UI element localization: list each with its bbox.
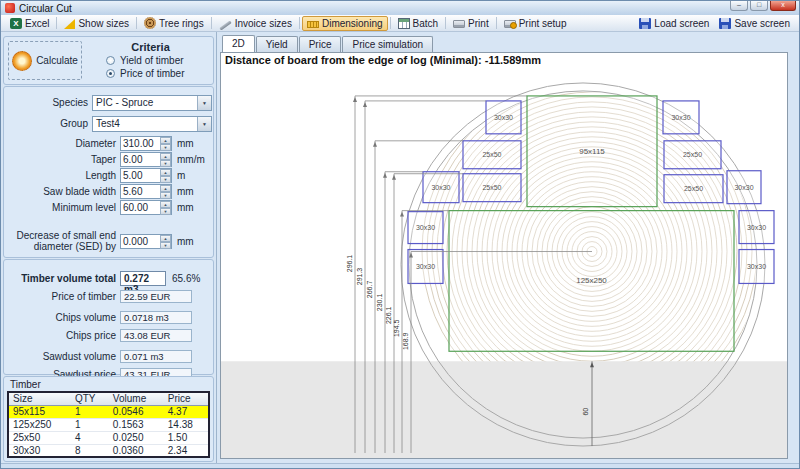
tab-price-simulation[interactable]: Price simulation (342, 36, 433, 52)
spin-up-icon[interactable]: ▲ (160, 185, 171, 192)
spin-up-icon[interactable]: ▲ (160, 153, 171, 160)
sed-field-row: Decrease of small end diameter (SED) by0… (4, 229, 213, 253)
field-row-length: Length5.00▲▼m (4, 167, 213, 183)
field-value: 5.00 (121, 169, 160, 182)
tab-2d[interactable]: 2D (222, 35, 255, 52)
price-of-timber-label: Price of timber (4, 291, 116, 302)
toolbar-button-tree-rings[interactable]: Tree rings (139, 16, 209, 31)
sawdust-volume-value: 0.071 m3 (120, 350, 192, 363)
spin-down-icon[interactable]: ▼ (160, 144, 171, 151)
timber-table-header: SizeQTYVolumePrice (8, 392, 209, 405)
window-controls: – □ x (730, 1, 796, 11)
table-row[interactable]: 95x11510.05464.37 (8, 405, 209, 418)
board-label: 25x50 (684, 185, 703, 192)
close-button[interactable]: x (770, 1, 796, 11)
radio-yield-of-timber[interactable]: Yield of timber (106, 55, 209, 66)
table-row[interactable]: 30x3080.03602.34 (8, 444, 209, 457)
tab-price[interactable]: Price (299, 36, 342, 52)
saw-blade-width-input[interactable]: 5.60▲▼ (120, 184, 172, 199)
decrease-of-small-end-diameter-sed-by-input[interactable]: 0.000▲▼ (120, 234, 172, 249)
result-row-chips-volume: Chips volume0.0718 m3 (4, 310, 213, 325)
toolbar-button-label: Dimensioning (322, 18, 383, 29)
spin-down-icon[interactable]: ▼ (160, 242, 171, 249)
spin-up-icon[interactable]: ▲ (160, 201, 171, 208)
spin-up-icon[interactable]: ▲ (160, 137, 171, 144)
species-select[interactable]: PIC - Spruce▼ (92, 95, 212, 111)
chevron-down-icon[interactable]: ▼ (197, 117, 211, 131)
table-row[interactable]: 25x5040.02501.50 (8, 431, 209, 444)
timber-table-section: Timber SizeQTYVolumePrice 95x11510.05464… (3, 376, 214, 462)
column-header-qty: QTY (71, 392, 109, 405)
dimension-label: 168.9 (402, 332, 409, 350)
diameter-label: Diameter (4, 138, 116, 149)
field-row-saw-blade-width: Saw blade width5.60▲▼mm (4, 183, 213, 199)
toolbar-button-show-sizes[interactable]: Show sizes (59, 16, 134, 31)
maximize-button[interactable]: □ (750, 1, 768, 11)
spin-up-icon[interactable]: ▲ (160, 169, 171, 176)
toolbar-button-excel[interactable]: Excel (5, 16, 54, 31)
species-label: Species (4, 97, 88, 108)
chips-volume-value: 0.0718 m3 (120, 311, 192, 324)
field-row-taper: Taper6.00▲▼mm/m (4, 151, 213, 167)
cell: 0.0360 (109, 444, 164, 457)
arrow-up-icon (353, 97, 357, 102)
minimize-button[interactable]: – (730, 1, 748, 11)
calculate-label: Calculate (36, 55, 78, 66)
spin-down-icon[interactable]: ▼ (160, 192, 171, 199)
load-screen-icon (639, 18, 651, 29)
calculate-button[interactable]: Calculate (8, 41, 82, 80)
field-row-minimum-level: Minimum level60.00▲▼mm (4, 199, 213, 215)
table-row[interactable]: 125x25010.156314.38 (8, 418, 209, 431)
toolbar-button-label: Excel (25, 18, 49, 29)
group-select[interactable]: Test4▼ (92, 116, 212, 132)
window-title: Circular Cut (19, 3, 72, 14)
radio-price-of-timber[interactable]: Price of timber (106, 68, 209, 79)
toolbar-button-batch[interactable]: Batch (393, 16, 444, 31)
toolbar-button-label: Batch (413, 18, 439, 29)
toolbar-button-load-screen[interactable]: Load screen (634, 16, 714, 31)
toolbar-button-save-screen[interactable]: Save screen (714, 16, 795, 31)
toolbar-button-dimensioning[interactable]: Dimensioning (302, 16, 388, 31)
minimum-level-input[interactable]: 60.00▲▼ (120, 200, 172, 215)
toolbar-separator (390, 17, 391, 29)
cell: 14.38 (164, 418, 209, 431)
arrow-up-icon (400, 212, 404, 217)
spinner: ▲▼ (160, 201, 171, 214)
print-setup-icon (504, 20, 516, 28)
timber-volume-total-row: Timber volume total 0.272 m3 65.6% (4, 270, 213, 286)
length-label: Length (4, 170, 116, 181)
spin-down-icon[interactable]: ▼ (160, 160, 171, 167)
field-row-diameter: Diameter310.00▲▼mm (4, 135, 213, 151)
spin-down-icon[interactable]: ▼ (160, 176, 171, 183)
cell: 125x250 (8, 418, 71, 431)
length-input[interactable]: 5.00▲▼ (120, 168, 172, 183)
print-icon (453, 20, 465, 28)
board-label: 25x50 (482, 184, 501, 191)
taper-input[interactable]: 6.00▲▼ (120, 152, 172, 167)
titlebar: Circular Cut – □ x (1, 1, 799, 15)
toolbar-separator (299, 17, 300, 29)
toolbar-button-print-setup[interactable]: Print setup (499, 16, 572, 31)
decrease-of-small-end-diameter-sed-by-label: Decrease of small end diameter (SED) by (4, 230, 116, 252)
field-value: 310.00 (121, 137, 160, 150)
spin-down-icon[interactable]: ▼ (160, 208, 171, 215)
spin-up-icon[interactable]: ▲ (160, 235, 171, 242)
canvas-title: Distance of board from the edge of log (… (221, 53, 787, 69)
board-label: 125x250 (576, 276, 607, 285)
toolbar-separator (445, 17, 446, 29)
column-header-volume: Volume (109, 392, 164, 405)
tab-yield[interactable]: Yield (256, 36, 298, 52)
cell: 95x115 (8, 405, 71, 418)
cell: 1 (71, 405, 109, 418)
unit-label: mm (177, 138, 194, 149)
toolbar-button-print[interactable]: Print (448, 16, 494, 31)
chevron-down-icon[interactable]: ▼ (197, 96, 211, 110)
arrow-up-icon (363, 102, 367, 107)
toolbar-button-label: Show sizes (78, 18, 129, 29)
dimension-label: 194.5 (393, 319, 400, 337)
toolbar-button-label: Print setup (519, 18, 567, 29)
diameter-input[interactable]: 310.00▲▼ (120, 136, 172, 151)
dimension-label: 296.1 (346, 255, 353, 273)
timber-table-title: Timber (7, 378, 210, 391)
toolbar-button-invoice-sizes[interactable]: Invoice sizes (214, 16, 297, 31)
